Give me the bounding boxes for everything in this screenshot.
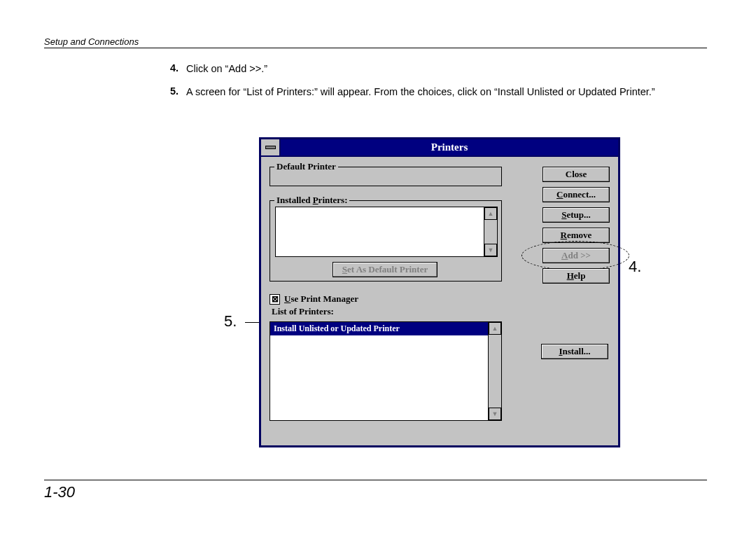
step-5-number: 5. xyxy=(170,85,178,97)
set-as-default-printer-button[interactable]: Set As Default Printer xyxy=(332,262,438,277)
connect-button[interactable]: Connect... xyxy=(542,187,610,202)
footer-rule xyxy=(44,480,707,480)
use-print-manager-checkbox[interactable]: ⊠ Use Print Manager xyxy=(270,293,358,305)
install-button[interactable]: Install... xyxy=(541,344,608,359)
remove-button[interactable]: Remove xyxy=(542,228,610,243)
list-of-printers-group: List of Printers: Install Unlisted or Up… xyxy=(270,316,500,422)
callout-5: 5. xyxy=(224,312,237,331)
step-5-text: A screen for “List of Printers:” will ap… xyxy=(186,85,690,99)
scroll-up-icon[interactable]: ▲ xyxy=(484,207,497,220)
setup-button[interactable]: Setup... xyxy=(542,207,610,223)
scrollbar[interactable]: ▲ ▼ xyxy=(484,207,497,256)
running-header: Setup and Connections xyxy=(44,36,139,47)
step-4-text: Click on “Add >>.” xyxy=(186,62,690,76)
callout-4: 4. xyxy=(629,258,641,276)
header-rule xyxy=(44,48,707,48)
window-title: Printers xyxy=(281,139,618,155)
list-of-printers-label: List of Printers: xyxy=(270,306,336,317)
titlebar: Printers xyxy=(261,139,618,157)
add-button[interactable]: Add >> xyxy=(542,248,610,263)
system-menu-icon[interactable] xyxy=(261,139,281,155)
close-button[interactable]: Close xyxy=(542,167,610,182)
scroll-up-icon[interactable]: ▲ xyxy=(489,322,501,335)
default-printer-label: Default Printer xyxy=(274,161,338,172)
installed-printers-listbox[interactable]: ▲ ▼ xyxy=(275,207,498,257)
page-number: 1-30 xyxy=(44,483,75,501)
scroll-down-icon[interactable]: ▼ xyxy=(484,244,497,256)
list-of-printers-listbox[interactable]: Install Unlisted or Updated Printer ▲ ▼ xyxy=(270,321,502,421)
help-button[interactable]: Help xyxy=(542,268,610,284)
default-printer-group: Default Printer xyxy=(270,167,502,186)
checkbox-icon[interactable]: ⊠ xyxy=(270,294,280,305)
list-item-selected[interactable]: Install Unlisted or Updated Printer xyxy=(270,322,501,335)
printers-window: Printers Default Printer Installed Print… xyxy=(259,137,620,447)
installed-printers-label: Installed Printers: xyxy=(274,195,349,206)
scroll-down-icon[interactable]: ▼ xyxy=(489,408,501,420)
step-4-number: 4. xyxy=(170,62,178,74)
scrollbar[interactable]: ▲ ▼ xyxy=(488,322,501,420)
